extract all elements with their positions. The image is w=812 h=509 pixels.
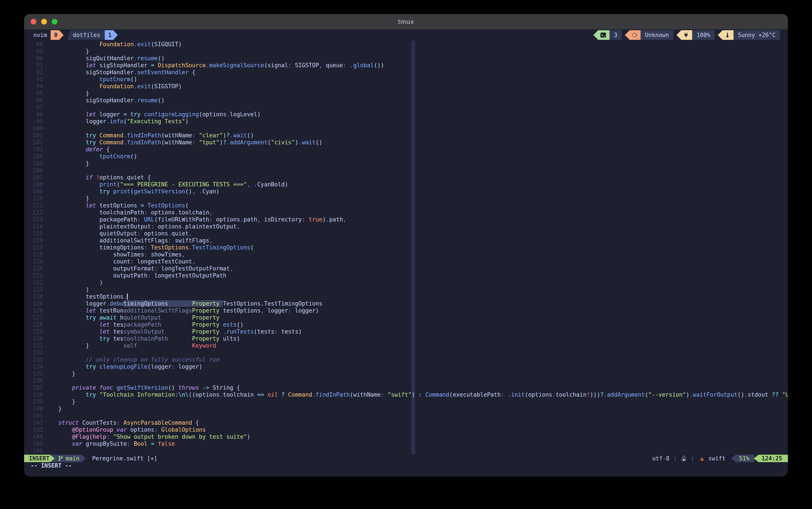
line-number: 100 xyxy=(24,125,58,132)
code-token: logger xyxy=(58,300,106,307)
line-number: 92 xyxy=(24,69,58,76)
code-token: (withName xyxy=(350,392,381,398)
line-number: 135 xyxy=(24,370,58,377)
code-token: options xyxy=(141,230,168,237)
code-token: @Flag xyxy=(72,434,89,440)
code-token: sigStopHandler xyxy=(96,62,151,69)
code-token: configureLogging xyxy=(144,111,199,117)
code-token: : xyxy=(117,419,120,426)
code-text: timingOptions: TestOptions.TestTimingOpt… xyxy=(58,244,254,251)
code-token: . xyxy=(552,392,556,398)
code-token: { xyxy=(192,419,199,426)
code-token: . xyxy=(189,244,192,251)
code-token: wait xyxy=(233,132,247,139)
code-token: logger xyxy=(264,307,288,314)
code-line: 129 let tessymbolOutput Property .runTes… xyxy=(24,328,788,335)
code-token: : xyxy=(137,216,141,223)
widget-value: Unknown xyxy=(641,30,674,40)
code-token: "clear" xyxy=(199,132,223,139)
code-token: plaintextOutput xyxy=(185,223,237,230)
code-token: ults) xyxy=(223,335,240,342)
code-token: Foundation xyxy=(99,83,134,90)
tmux-tab-dotfiles[interactable]: dotfiles1 xyxy=(67,30,118,40)
separator-icon: ❬ xyxy=(691,455,694,462)
code-token: () xyxy=(738,392,744,398)
code-text: logger.debutimingOptions Property TestOp… xyxy=(58,300,322,307)
code-token: let xyxy=(58,307,96,314)
code-text: try testoolchainPath Property ults) xyxy=(58,335,240,342)
line-number: 94 xyxy=(24,83,58,90)
code-token: (tests xyxy=(254,328,274,335)
code-token: toolchainPath xyxy=(58,209,144,216)
code-token: . xyxy=(134,55,137,62)
code-token xyxy=(278,392,281,398)
code-token xyxy=(130,440,134,447)
code-token: wait xyxy=(302,139,316,146)
code-token xyxy=(195,139,199,146)
code-token: toolchain xyxy=(223,392,257,398)
code-token: ? xyxy=(600,392,604,398)
code-token: String { xyxy=(209,384,240,391)
status-widget: 100% xyxy=(676,30,715,40)
code-token: Command xyxy=(99,139,124,146)
code-token: } xyxy=(58,90,89,97)
code-text: } xyxy=(58,195,89,202)
code-token: : xyxy=(171,363,175,370)
code-text: showTimes: showTimes, xyxy=(58,251,185,258)
code-token xyxy=(347,62,350,69)
code-token: logger xyxy=(58,118,106,125)
tmux-tab-nvim[interactable]: nvim0 xyxy=(32,30,64,40)
code-token: ) xyxy=(223,132,226,139)
command-line[interactable]: -- INSERT -- xyxy=(24,462,788,469)
code-text: let testOptions = TestOptions( xyxy=(58,202,189,209)
code-token: addArgument xyxy=(230,139,267,146)
code-token: ! xyxy=(96,174,99,181)
code-token: quietOutput xyxy=(58,230,137,237)
status-widget: 3 xyxy=(593,30,622,40)
code-token: ? xyxy=(281,392,285,398)
code-token: runTests xyxy=(226,328,254,335)
close-button[interactable] xyxy=(31,19,36,25)
code-token xyxy=(113,384,117,391)
code-line: 105 } xyxy=(24,160,788,167)
statusline: INSERT main Peregrine.swift [+] utf-8 ❬ xyxy=(24,455,788,462)
code-line: 100 xyxy=(24,125,788,132)
code-line: 127 try await hquietOutput Property xyxy=(24,314,788,321)
code-token: ) xyxy=(247,434,251,440)
code-token: . xyxy=(134,83,137,90)
tmux-window: tmux nvim0dotfiles1 3Unknown100%Sunny +2… xyxy=(24,14,788,477)
minimize-button[interactable] xyxy=(41,19,47,25)
code-text: if !options.quiet { xyxy=(58,174,151,181)
code-token xyxy=(305,216,309,223)
code-token: symbolOutput xyxy=(123,328,192,335)
code-text: toolchainPath: options.toolchain, xyxy=(58,209,213,216)
code-token: . xyxy=(326,216,329,223)
code-token: toolchain xyxy=(556,392,587,398)
code-token: : xyxy=(137,230,141,237)
code-token: self xyxy=(123,342,192,349)
code-token: Command xyxy=(425,392,449,398)
code-token: : xyxy=(154,265,158,272)
code-token: "Executing Tests" xyxy=(127,118,185,125)
code-token: "Toolchain Information: xyxy=(99,392,178,398)
code-line: 115 quietOutput: options.quiet, xyxy=(24,230,788,237)
editor[interactable]: 88 Foundation.exit(SIGQUIT)89 }90 sigQui… xyxy=(24,41,788,455)
code-token: , xyxy=(247,181,251,188)
code-text: var groupBySuite: Bool = false xyxy=(58,440,175,447)
code-line: 118 showTimes: showTimes, xyxy=(24,251,788,258)
code-token: testOptions xyxy=(223,307,261,314)
zoom-button[interactable] xyxy=(52,19,57,25)
code-line: 106 xyxy=(24,167,788,174)
code-token xyxy=(195,132,199,139)
code-token: (options xyxy=(192,392,220,398)
code-token: : xyxy=(168,237,171,244)
code-token: init xyxy=(511,392,525,398)
line-number: 133 xyxy=(24,356,58,363)
code-line: 141 xyxy=(24,412,788,419)
code-token: "Unknown" xyxy=(782,392,788,398)
status-widget: Unknown xyxy=(625,30,674,40)
line-number: 95 xyxy=(24,90,58,97)
code-text: packagePath: URL(fileURLWithPath: option… xyxy=(58,216,347,223)
code-token: longTestOutputFormat xyxy=(158,265,230,272)
code-token: , xyxy=(209,209,213,216)
